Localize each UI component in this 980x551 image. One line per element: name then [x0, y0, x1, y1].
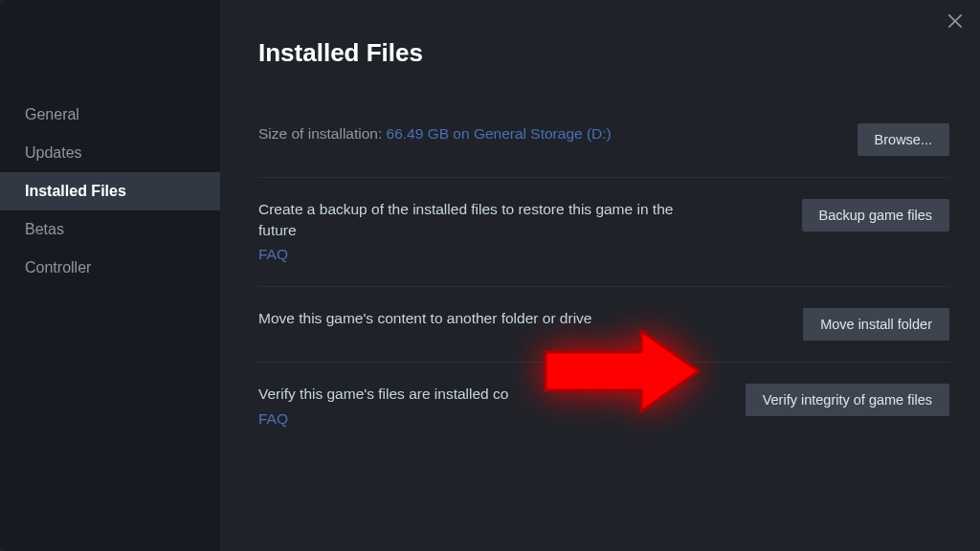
- sidebar-item-label: Controller: [25, 259, 91, 276]
- move-section: Move this game's content to another fold…: [258, 286, 949, 354]
- move-description: Move this game's content to another fold…: [258, 308, 591, 329]
- size-section: Size of installation: 66.49 GB on Genera…: [258, 110, 949, 169]
- sidebar-item-label: General: [25, 106, 79, 122]
- sidebar-item-label: Updates: [25, 144, 82, 161]
- browse-button[interactable]: Browse...: [858, 123, 949, 156]
- sidebar-item-betas[interactable]: Betas: [0, 210, 220, 249]
- verify-section: Verify this game's files are installed c…: [258, 362, 949, 442]
- size-value-link[interactable]: 66.49 GB on General Storage (D:): [387, 125, 612, 142]
- move-folder-button[interactable]: Move install folder: [803, 308, 949, 341]
- sidebar-item-label: Installed Files: [25, 183, 126, 199]
- verify-text: Verify this game's files are installed c…: [258, 384, 508, 429]
- backup-description: Create a backup of the installed files t…: [258, 201, 673, 238]
- backup-text: Create a backup of the installed files t…: [258, 199, 699, 265]
- sidebar-item-label: Betas: [25, 221, 64, 237]
- close-icon[interactable]: [946, 11, 965, 31]
- backup-button[interactable]: Backup game files: [802, 199, 949, 231]
- sidebar-item-general[interactable]: General: [0, 96, 220, 134]
- backup-section: Create a backup of the installed files t…: [258, 177, 949, 278]
- verify-integrity-button[interactable]: Verify integrity of game files: [746, 384, 949, 416]
- sidebar-item-installed-files[interactable]: Installed Files: [0, 172, 220, 210]
- verify-description: Verify this game's files are installed c…: [258, 386, 508, 402]
- backup-faq-link[interactable]: FAQ: [258, 244, 288, 265]
- sidebar: General Updates Installed Files Betas Co…: [0, 0, 220, 551]
- sidebar-item-controller[interactable]: Controller: [0, 249, 220, 287]
- properties-window: General Updates Installed Files Betas Co…: [0, 0, 980, 551]
- page-title: Installed Files: [258, 38, 949, 68]
- sidebar-item-updates[interactable]: Updates: [0, 134, 220, 172]
- size-label: Size of installation:: [258, 125, 387, 142]
- verify-faq-link[interactable]: FAQ: [258, 408, 288, 430]
- size-text: Size of installation: 66.49 GB on Genera…: [258, 123, 612, 144]
- content-panel: Installed Files Size of installation: 66…: [220, 0, 980, 551]
